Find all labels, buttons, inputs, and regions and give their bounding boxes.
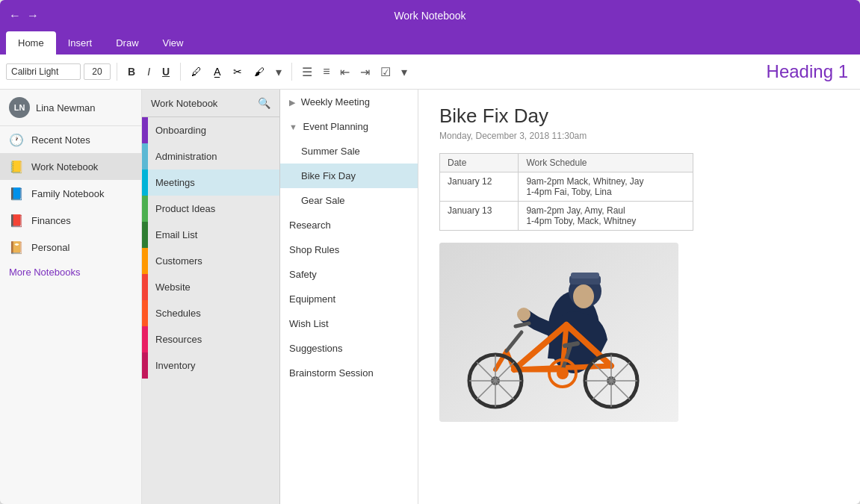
- svg-line-17: [565, 343, 578, 346]
- main-area: LN Lina Newman 🕐 Recent Notes 📒 Work Not…: [0, 90, 860, 504]
- svg-point-5: [573, 284, 594, 308]
- section-item-email-list[interactable]: Email List: [142, 222, 279, 248]
- sidebar-item-finances[interactable]: 📕 Finances: [0, 207, 141, 234]
- page-item-safety[interactable]: Safety: [280, 262, 418, 287]
- section-item-administration[interactable]: Administration: [142, 143, 279, 169]
- notebook-title: Work Notebook: [151, 98, 217, 109]
- section-label-administration: Administration: [148, 143, 279, 169]
- section-label-product-ideas: Product Ideas: [148, 196, 279, 222]
- finances-icon: 📕: [9, 213, 24, 228]
- section-item-customers[interactable]: Customers: [142, 248, 279, 274]
- bullet-list-button[interactable]: ☰: [298, 63, 316, 81]
- decrease-indent-button[interactable]: ⇤: [336, 63, 353, 81]
- section-label-meetings: Meetings: [148, 169, 279, 196]
- sidebar-label-work-notebook: Work Notebook: [31, 161, 98, 172]
- tab-draw[interactable]: Draw: [104, 31, 150, 55]
- more-list-button[interactable]: ▾: [397, 63, 411, 81]
- table-row: January 13 9am-2pm Jay, Amy, Raul 1-4pm …: [440, 202, 693, 231]
- page-label-brainstorm-session: Brainstorm Session: [289, 367, 374, 379]
- tab-home[interactable]: Home: [6, 31, 56, 55]
- notebook-header: Work Notebook 🔍: [142, 90, 279, 117]
- section-item-resources[interactable]: Resources: [142, 326, 279, 352]
- sidebar-label-recent-notes: Recent Notes: [31, 134, 90, 146]
- section-color-administration: [142, 143, 148, 169]
- highlight-button[interactable]: 🖊: [187, 63, 206, 81]
- page-item-summer-sale[interactable]: Summer Sale: [280, 139, 418, 164]
- svg-point-31: [557, 367, 569, 379]
- user-row[interactable]: LN Lina Newman: [0, 90, 141, 126]
- pages-panel: ▶ Weekly Meeting ▼ Event Planning Summer…: [280, 90, 418, 504]
- font-color-button[interactable]: A̲: [209, 63, 226, 81]
- sidebar: LN Lina Newman 🕐 Recent Notes 📒 Work Not…: [0, 90, 142, 504]
- section-color-schedules: [142, 300, 148, 326]
- page-item-brainstorm-session[interactable]: Brainstorm Session: [280, 361, 418, 385]
- underline-button[interactable]: U: [158, 63, 174, 81]
- title-bar: ← → Work Notebook: [0, 0, 860, 31]
- italic-button[interactable]: I: [143, 63, 155, 81]
- window-title: Work Notebook: [394, 10, 465, 22]
- page-label-suggestions: Suggestions: [289, 343, 343, 354]
- page-item-gear-sale[interactable]: Gear Sale: [280, 188, 418, 213]
- strikethrough-button[interactable]: ✂: [229, 63, 247, 81]
- font-size-input[interactable]: [84, 63, 111, 80]
- schedule-table: Date Work Schedule January 12 9am-2pm Ma…: [439, 153, 693, 231]
- ribbon: Home Insert Draw View B I U 🖊 A̲ ✂ 🖌 ▾ ☰…: [0, 31, 860, 90]
- sidebar-item-recent-notes[interactable]: 🕐 Recent Notes: [0, 126, 141, 153]
- section-color-email-list: [142, 222, 148, 248]
- section-color-onboarding: [142, 117, 148, 143]
- tab-view[interactable]: View: [151, 31, 196, 55]
- heading-style[interactable]: Heading 1: [767, 61, 854, 82]
- sidebar-item-family-notebook[interactable]: 📘 Family Notebook: [0, 180, 141, 207]
- page-title: Bike Fix Day: [439, 105, 839, 128]
- section-item-inventory[interactable]: Inventory: [142, 352, 279, 379]
- section-item-website[interactable]: Website: [142, 274, 279, 300]
- section-panel: Work Notebook 🔍 Onboarding Administratio…: [142, 90, 280, 504]
- back-button[interactable]: ←: [9, 9, 21, 22]
- font-name-input[interactable]: [6, 63, 81, 80]
- bike-svg: [439, 243, 678, 422]
- section-color-website: [142, 274, 148, 300]
- user-name: Lina Newman: [36, 102, 96, 113]
- page-label-shop-rules: Shop Rules: [289, 244, 339, 255]
- page-item-equipment[interactable]: Equipment: [280, 287, 418, 311]
- page-item-weekly-meeting[interactable]: ▶ Weekly Meeting: [280, 90, 418, 114]
- app-window: ← → Work Notebook Home Insert Draw View …: [0, 0, 860, 504]
- page-item-research[interactable]: Research: [280, 213, 418, 237]
- page-label-gear-sale: Gear Sale: [301, 195, 345, 206]
- bold-button[interactable]: B: [123, 63, 140, 81]
- table-header-schedule: Work Schedule: [519, 154, 693, 172]
- page-label-safety: Safety: [289, 269, 317, 280]
- format-painter-button[interactable]: 🖌: [250, 63, 269, 81]
- table-cell-date-2: January 13: [440, 202, 519, 231]
- nav-buttons: ← →: [9, 9, 39, 22]
- sidebar-item-personal[interactable]: 📔 Personal: [0, 234, 141, 261]
- search-icon[interactable]: 🔍: [258, 97, 270, 109]
- table-cell-schedule-1: 9am-2pm Mack, Whitney, Jay 1-4pm Fai, To…: [519, 172, 693, 202]
- page-item-wish-list[interactable]: Wish List: [280, 311, 418, 336]
- page-label-equipment: Equipment: [289, 293, 335, 305]
- page-label-weekly-meeting: Weekly Meeting: [301, 96, 370, 108]
- toolbar-separator-3: [291, 63, 292, 81]
- checkbox-button[interactable]: ☑: [377, 63, 395, 81]
- section-item-meetings[interactable]: Meetings: [142, 169, 279, 196]
- page-item-shop-rules[interactable]: Shop Rules: [280, 237, 418, 262]
- forward-button[interactable]: →: [27, 9, 39, 22]
- section-item-product-ideas[interactable]: Product Ideas: [142, 196, 279, 222]
- page-item-bike-fix-day[interactable]: Bike Fix Day: [280, 164, 418, 188]
- more-notebooks-link[interactable]: More Notebooks: [0, 261, 141, 284]
- page-item-suggestions[interactable]: Suggestions: [280, 336, 418, 361]
- more-formatting-button[interactable]: ▾: [272, 63, 285, 81]
- increase-indent-button[interactable]: ⇥: [356, 63, 374, 81]
- sidebar-item-work-notebook[interactable]: 📒 Work Notebook: [0, 153, 141, 180]
- table-header-date: Date: [440, 154, 519, 172]
- section-item-onboarding[interactable]: Onboarding: [142, 117, 279, 143]
- section-item-schedules[interactable]: Schedules: [142, 300, 279, 326]
- numbered-list-button[interactable]: ≡: [319, 63, 333, 81]
- tab-insert[interactable]: Insert: [56, 31, 105, 55]
- svg-rect-4: [571, 273, 599, 279]
- page-item-event-planning[interactable]: ▼ Event Planning: [280, 114, 418, 139]
- sidebar-label-personal: Personal: [31, 242, 69, 253]
- page-label-wish-list: Wish List: [289, 318, 329, 329]
- content-area: Bike Fix Day Monday, December 3, 2018 11…: [418, 90, 860, 504]
- ribbon-toolbar: B I U 🖊 A̲ ✂ 🖌 ▾ ☰ ≡ ⇤ ⇥ ☑ ▾ Heading 1: [0, 55, 860, 89]
